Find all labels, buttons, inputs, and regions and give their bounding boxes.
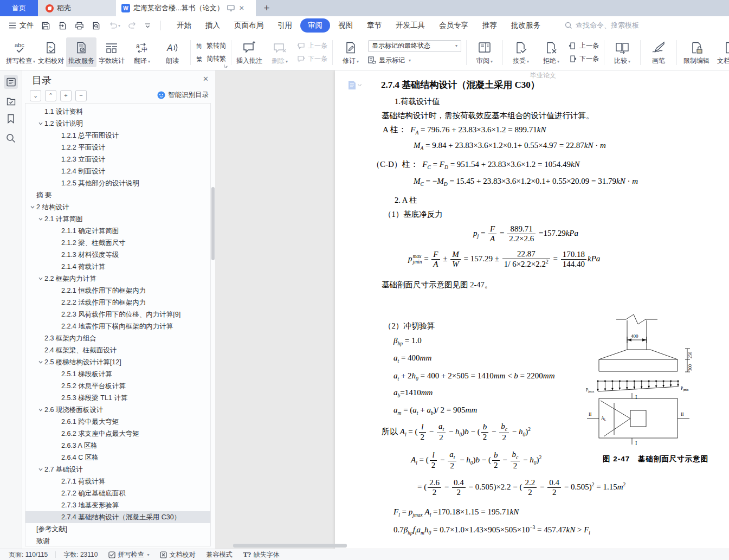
find-pane-icon[interactable]	[4, 131, 18, 145]
tab-document[interactable]: W 定海某宿舍楼...算书（论文） ✕	[116, 0, 256, 16]
customize-toolbar-icon[interactable]	[145, 23, 151, 28]
toc-chevron-down-icon[interactable]	[36, 467, 44, 472]
print-icon[interactable]	[75, 21, 84, 30]
toc-item[interactable]: 1.2.4 剖面设计	[25, 165, 210, 177]
smart-toc-button[interactable]: 智能识别目录	[157, 91, 209, 100]
tab-home[interactable]: 首页	[0, 0, 38, 16]
ink-brush-button[interactable]: 画笔	[643, 37, 674, 67]
restrict-editing-button[interactable]: 限制编辑	[680, 37, 713, 67]
toc-item[interactable]: 2.6.4 C 区格	[25, 452, 210, 464]
toc-item[interactable]: 2.2.4 地震作用下横向框架的内力计算	[25, 320, 210, 332]
toc-item[interactable]: 2.2.2 活载作用下的框架内力	[25, 297, 210, 308]
toc-chevron-down-icon[interactable]	[36, 216, 44, 222]
toc-item[interactable]: 2.6.1 跨中最大弯矩	[25, 416, 210, 428]
toc-item[interactable]: 2.7 基础设计	[25, 464, 210, 475]
export-pdf-icon[interactable]	[58, 21, 67, 30]
toc-item[interactable]: [参考文献]	[25, 523, 210, 535]
toc-collapse-all-button[interactable]: ⌃	[45, 90, 56, 101]
command-search[interactable]: 查找命令、搜索模板	[565, 21, 639, 30]
previous-change-button[interactable]: 上一条	[569, 41, 599, 50]
present-mode-icon[interactable]	[227, 5, 235, 11]
menu-item-9[interactable]: 会员专享	[433, 18, 474, 33]
toc-item[interactable]: 1.1 设计资料	[25, 106, 210, 118]
toc-item[interactable]: 2.7.3 地基变形验算	[25, 499, 210, 511]
toc-item[interactable]: 2.1.1 确定计算简图	[25, 225, 210, 237]
traditional-to-simplified-button[interactable]: 简 繁转简	[196, 41, 226, 50]
menu-item-6[interactable]: 视图	[332, 18, 359, 33]
toc-item[interactable]: 2.7.2 确定基础底面积	[25, 487, 210, 499]
toc-item[interactable]: 2.6.2 求支座中点最大弯矩	[25, 428, 210, 440]
toc-item[interactable]: 2.5.2 休息平台板计算	[25, 380, 210, 392]
toc-item[interactable]: 2.2.3 风荷载作用下的位移、内力计算[9]	[25, 308, 210, 320]
bookmark-pane-icon[interactable]	[4, 112, 18, 126]
toc-item[interactable]: 2.1 计算简图	[25, 213, 210, 225]
menu-item-1[interactable]: 开始	[171, 18, 197, 33]
toc-item[interactable]: 1.2 设计说明	[25, 118, 210, 130]
outline-pane-icon[interactable]	[4, 75, 18, 89]
toc-item[interactable]: 2.1.3 材料强度等级	[25, 249, 210, 261]
toc-chevron-down-icon[interactable]	[36, 359, 44, 365]
menu-item-2[interactable]: 插入	[199, 18, 226, 33]
toc-item[interactable]: 2.5.3 梯段梁 TL1 计算	[25, 392, 210, 404]
menu-item-8[interactable]: 开发工具	[390, 18, 431, 33]
toc-item[interactable]: 1.2.3 立面设计	[25, 153, 210, 165]
toc-item[interactable]: 2.1.4 荷载计算	[25, 261, 210, 273]
spell-check-button[interactable]: abc 拼写检查▾	[5, 37, 36, 67]
status-missing-fonts[interactable]: T? 缺失字体	[240, 550, 282, 559]
toc-close-icon[interactable]: ✕	[203, 75, 209, 83]
toc-item[interactable]: 2.3 框架内力组合	[25, 332, 210, 344]
toc-item[interactable]: 2 结构设计	[25, 201, 210, 213]
status-proofread[interactable]: 文档校对	[157, 550, 198, 559]
toc-zoom-in-button[interactable]: +	[60, 90, 72, 101]
menu-item-3[interactable]: 页面布局	[228, 18, 269, 33]
toc-item[interactable]: 2.5.1 梯段板计算	[25, 368, 210, 380]
read-aloud-button[interactable]: A 朗读	[157, 37, 188, 67]
toc-item[interactable]: 2.6 现浇楼面板设计	[25, 404, 210, 416]
toc-item[interactable]: 2.6.3 A 区格	[25, 440, 210, 452]
toc-item[interactable]: 2.2.1 恒载作用下的框架内力	[25, 285, 210, 297]
status-compat-mode[interactable]: 兼容模式	[203, 550, 235, 559]
menu-item-7[interactable]: 章节	[361, 18, 388, 33]
toc-item[interactable]: 1.2.1 总平面图设计	[25, 130, 210, 141]
status-spell-check[interactable]: 拼写检查 ▾	[105, 550, 152, 559]
simplified-to-traditional-button[interactable]: 繁 简转繁	[196, 54, 226, 63]
document-permission-button[interactable]: 文档权限	[713, 37, 729, 67]
menu-item-10[interactable]: 推荐	[476, 18, 503, 33]
toc-item[interactable]: 2.7.1 荷载计算	[25, 475, 210, 487]
toc-item[interactable]: 摘 要	[25, 189, 210, 201]
close-tab-icon[interactable]: ✕	[238, 4, 246, 12]
accept-change-button[interactable]: 接受▾	[506, 37, 536, 67]
toc-item[interactable]: 2.4 框架梁、柱截面设计	[25, 344, 210, 356]
reject-change-button[interactable]: 拒绝▾	[536, 37, 566, 67]
paragraph-options-icon[interactable]	[348, 80, 362, 90]
status-word-count[interactable]: 字数: 23110	[60, 550, 101, 559]
save-icon[interactable]	[41, 21, 50, 30]
review-service-button[interactable]: 批改服务	[66, 37, 96, 67]
toc-item[interactable]: 1.2.2 平面设计	[25, 141, 210, 153]
menu-item-4[interactable]: 引用	[272, 18, 298, 33]
horizontal-scrollbar[interactable]	[215, 544, 729, 548]
file-menu-button[interactable]: 文件	[0, 21, 41, 30]
translate-button[interactable]: a中 翻译▾	[127, 37, 157, 67]
approve-pane-icon[interactable]	[4, 94, 18, 108]
next-change-button[interactable]: 下一条	[569, 54, 599, 63]
toc-chevron-down-icon[interactable]	[28, 204, 36, 210]
document-page[interactable]: 毕业论文 2.7.4 基础结构设计（混凝土采用 C30） 1.荷载设计值 基础结…	[335, 70, 729, 549]
word-count-button[interactable]: 字数统计	[96, 37, 127, 67]
proofread-button[interactable]: a- 文档校对	[36, 37, 66, 67]
toc-item[interactable]: 致谢	[25, 535, 210, 546]
toc-scrollbar[interactable]	[211, 187, 215, 260]
markup-state-dropdown[interactable]: 显示标记的最终状态 ▾	[368, 40, 461, 52]
horizontal-scrollbar-thumb[interactable]	[233, 544, 347, 548]
review-pane-button[interactable]: 审阅▾	[469, 37, 500, 67]
toc-chevron-down-icon[interactable]	[36, 276, 44, 281]
toc-item[interactable]: 2.5 楼梯结构设计计算[12]	[25, 356, 210, 368]
track-changes-button[interactable]: 修订▾	[336, 37, 366, 67]
menu-item-5[interactable]: 审阅	[300, 18, 330, 33]
toc-item[interactable]: 2.7.4 基础结构设计（混凝土采用 C30）	[25, 511, 210, 523]
show-markup-button[interactable]: 显示标记 ▾	[368, 56, 461, 65]
toc-chevron-down-icon[interactable]	[36, 407, 44, 413]
menu-item-11[interactable]: 批改服务	[505, 18, 546, 33]
new-tab-button[interactable]: +	[256, 0, 278, 16]
toc-expand-all-button[interactable]: ⌄	[30, 90, 41, 101]
